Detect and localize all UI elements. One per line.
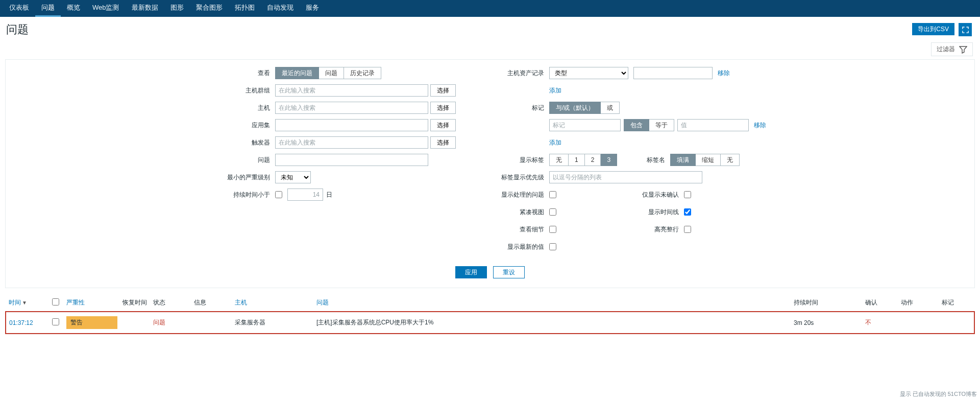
th-checkall[interactable] <box>49 294 63 312</box>
nav-screens[interactable]: 聚合图形 <box>190 0 229 17</box>
fullscreen-button[interactable] <box>959 23 972 36</box>
funnel-icon <box>959 45 967 54</box>
seg-problems[interactable]: 问题 <box>319 67 344 79</box>
nav-discovery[interactable]: 自动发现 <box>261 0 300 17</box>
seg-name-short[interactable]: 缩短 <box>696 154 721 166</box>
cell-host[interactable]: 采集服务器 <box>232 312 313 334</box>
input-age-days[interactable] <box>287 189 323 201</box>
label-apps: 应用集 <box>214 121 275 130</box>
input-inventory-value[interactable] <box>633 67 713 79</box>
select-hosts[interactable]: 选择 <box>430 102 456 114</box>
results-table-wrap: 时间▼ 严重性 恢复时间 状态 信息 主机 问题 持续时间 确认 动作 标记 0… <box>5 294 975 334</box>
th-tags: 标记 <box>939 294 974 312</box>
input-apps[interactable] <box>275 119 428 131</box>
chk-age[interactable] <box>275 191 282 198</box>
nav-graphs[interactable]: 图形 <box>164 0 190 17</box>
seg-contains[interactable]: 包含 <box>624 119 649 131</box>
nav-latest[interactable]: 最新数据 <box>126 0 164 17</box>
nav-problems[interactable]: 问题 <box>35 0 61 17</box>
label-priority: 标签显示优先级 <box>480 173 549 182</box>
nav-maps[interactable]: 拓扑图 <box>229 0 261 17</box>
cell-problem[interactable]: [主机]采集服务器系统总CPU使用率大于1% <box>313 312 791 334</box>
chk-compact[interactable] <box>549 208 556 216</box>
link-tag-add[interactable]: 添加 <box>549 138 561 147</box>
nav-services[interactable]: 服务 <box>300 0 325 17</box>
seg-tags-3[interactable]: 3 <box>601 154 617 166</box>
input-triggers[interactable] <box>275 136 428 149</box>
cell-tags <box>939 312 974 334</box>
nav-web[interactable]: Web监测 <box>86 0 126 17</box>
filter-panel: 查看 最近的问题 问题 历史记录 主机群组 选择 主机 选择 应用集 <box>5 59 975 288</box>
th-host[interactable]: 主机 <box>232 294 313 312</box>
chk-unack[interactable] <box>684 191 691 198</box>
link-tag-remove[interactable]: 移除 <box>754 121 766 130</box>
input-tag-value[interactable] <box>677 119 749 131</box>
input-tag-name[interactable] <box>549 119 621 131</box>
label-highlight: 高亮整行 <box>628 225 684 234</box>
seg-name-none[interactable]: 无 <box>721 154 740 166</box>
seg-recent[interactable]: 最近的问题 <box>275 67 319 79</box>
label-min-sev: 最小的严重级别 <box>214 173 275 182</box>
label-host-groups: 主机群组 <box>214 86 275 95</box>
label-hosts: 主机 <box>214 104 275 112</box>
th-time[interactable]: 时间▼ <box>6 294 49 312</box>
input-problem[interactable] <box>275 154 428 166</box>
unit-days: 日 <box>326 191 332 199</box>
view-segmented: 最近的问题 问题 历史记录 <box>275 67 381 79</box>
chk-show-handled[interactable] <box>549 191 556 198</box>
seg-or[interactable]: 或 <box>601 102 620 114</box>
label-show-tags: 显示标签 <box>480 156 549 164</box>
filter-col-left: 查看 最近的问题 问题 历史记录 主机群组 选择 主机 选择 应用集 <box>214 67 456 258</box>
cell-time[interactable]: 01:37:12 <box>9 319 33 326</box>
chk-select-all[interactable] <box>52 298 59 305</box>
select-inventory-type[interactable]: 类型 <box>549 67 628 79</box>
problems-table: 时间▼ 严重性 恢复时间 状态 信息 主机 问题 持续时间 确认 动作 标记 0… <box>5 294 975 334</box>
seg-tags-none[interactable]: 无 <box>549 154 569 166</box>
page-title: 问题 <box>6 22 29 37</box>
chk-timeline[interactable] <box>684 208 691 216</box>
top-nav: 仪表板 问题 概览 Web监测 最新数据 图形 聚合图形 拓扑图 自动发现 服务 <box>0 0 980 17</box>
th-duration: 持续时间 <box>791 294 862 312</box>
link-inventory-remove[interactable]: 移除 <box>718 69 730 78</box>
chk-row[interactable] <box>52 318 59 325</box>
cell-recovery <box>119 312 150 334</box>
cell-ack[interactable]: 不 <box>865 319 871 326</box>
label-problem: 问题 <box>214 156 275 164</box>
nav-dashboards[interactable]: 仪表板 <box>3 0 35 17</box>
seg-andor[interactable]: 与/或（默认） <box>549 102 601 114</box>
reset-button[interactable]: 重设 <box>493 266 525 278</box>
cell-status: 问题 <box>153 319 165 326</box>
label-unack: 仅显示未确认 <box>628 191 684 199</box>
th-status: 状态 <box>150 294 191 312</box>
seg-history[interactable]: 历史记录 <box>344 67 381 79</box>
chk-detail[interactable] <box>549 226 556 233</box>
label-triggers: 触发器 <box>214 138 275 147</box>
cell-info <box>191 312 232 334</box>
select-host-groups[interactable]: 选择 <box>430 84 456 97</box>
chk-latest[interactable] <box>549 243 556 250</box>
cell-actions <box>898 312 939 334</box>
select-triggers[interactable]: 选择 <box>430 136 456 149</box>
cell-severity: 警告 <box>66 316 117 329</box>
select-min-severity[interactable]: 未知 <box>275 171 311 183</box>
th-severity[interactable]: 严重性 <box>63 294 119 312</box>
seg-tags-2[interactable]: 2 <box>585 154 601 166</box>
th-ack: 确认 <box>862 294 898 312</box>
export-csv-button[interactable]: 导出到CSV <box>912 23 954 35</box>
nav-overview[interactable]: 概览 <box>61 0 86 17</box>
seg-equals[interactable]: 等于 <box>649 119 674 131</box>
apply-button[interactable]: 应用 <box>455 266 487 278</box>
seg-tags-1[interactable]: 1 <box>569 154 585 166</box>
sort-desc-icon: ▼ <box>22 300 27 305</box>
input-tag-priority[interactable] <box>549 171 702 183</box>
filter-toggle[interactable]: 过滤器 <box>931 42 973 56</box>
input-hosts[interactable] <box>275 102 428 114</box>
th-problem[interactable]: 问题 <box>313 294 791 312</box>
input-host-groups[interactable] <box>275 84 428 97</box>
page-header: 问题 导出到CSV <box>0 17 980 39</box>
seg-name-full[interactable]: 填满 <box>670 154 696 166</box>
link-inventory-add[interactable]: 添加 <box>549 86 561 95</box>
th-actions: 动作 <box>898 294 939 312</box>
chk-highlight[interactable] <box>684 226 691 233</box>
select-apps[interactable]: 选择 <box>430 119 456 131</box>
